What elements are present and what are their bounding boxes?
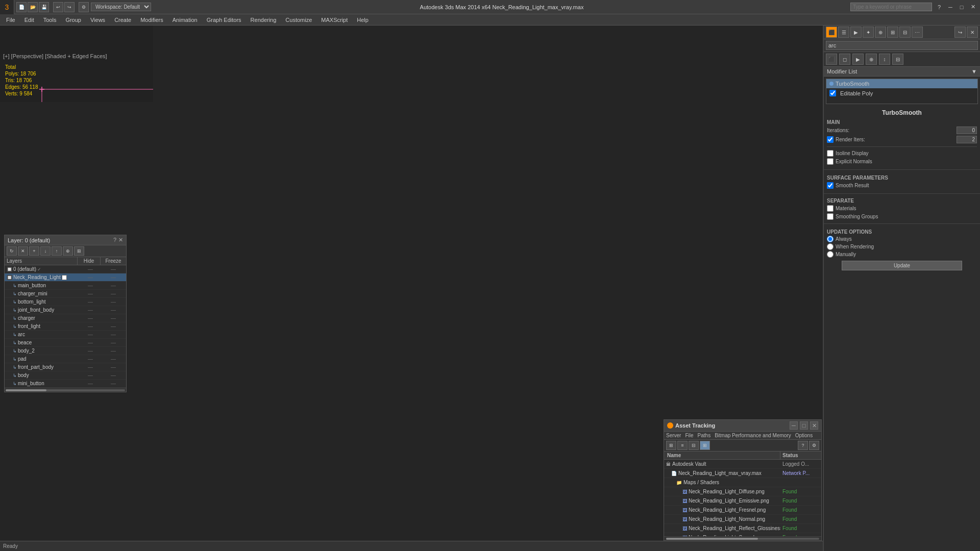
menu-tools[interactable]: Tools	[39, 16, 61, 24]
open-btn[interactable]: 📂	[28, 2, 38, 12]
asset-row[interactable]: 📄 Neck_Reading_Light_max_vray.max Networ…	[664, 469, 821, 478]
layers-scrollbar-thumb[interactable]	[6, 389, 46, 391]
layer-row[interactable]: 🔲 Neck_Reading_Light — —	[5, 273, 126, 282]
asset-row[interactable]: 🖼 Neck_Reading_Light_Normal.png Found	[664, 515, 821, 524]
minimize-btn[interactable]: ─	[945, 2, 955, 12]
right-icon-2[interactable]: ☰	[838, 27, 849, 38]
asset-menu-options[interactable]: Options	[795, 433, 813, 438]
layers-scrollbar[interactable]	[5, 388, 126, 392]
layer-row[interactable]: ↳ charger_mini — —	[5, 290, 126, 298]
asset-scrollbar[interactable]	[664, 536, 821, 540]
layer-row[interactable]: ↳ body — —	[5, 371, 126, 380]
layer-row[interactable]: ↳ beace — —	[5, 339, 126, 347]
layer-row[interactable]: ↳ front_light — —	[5, 322, 126, 331]
layers-help-icon[interactable]: ?	[113, 237, 116, 243]
asset-row[interactable]: 🖼 Neck_Reading_Light_Diffuse.png Found	[664, 487, 821, 496]
menu-graph-editors[interactable]: Graph Editors	[203, 16, 246, 24]
right-icon-3[interactable]: ▶	[850, 27, 862, 38]
right-icon-6[interactable]: ⊞	[887, 27, 898, 38]
menu-help[interactable]: Help	[353, 16, 373, 24]
layer-tb-up[interactable]: ↑	[52, 246, 62, 256]
workspace-dropdown[interactable]: Workspace: Default	[91, 3, 151, 11]
isoline-check[interactable]	[827, 150, 834, 157]
asset-tb-3[interactable]: ⊟	[689, 441, 699, 450]
smoothing-groups-check[interactable]	[827, 213, 834, 220]
right-icon-7[interactable]: ⊟	[899, 27, 911, 38]
asset-close-btn[interactable]: ✕	[810, 421, 818, 430]
object-name-input[interactable]	[826, 41, 978, 50]
asset-tb-1[interactable]: ⊞	[666, 441, 676, 450]
modifier-editable-poly[interactable]: Editable Poly	[826, 88, 977, 98]
asset-menu-paths[interactable]: Paths	[698, 433, 711, 438]
menu-modifiers[interactable]: Modifiers	[136, 16, 167, 24]
render-settings-btn[interactable]: ⚙	[79, 2, 89, 12]
layer-row[interactable]: ↳ joint_front_body — —	[5, 306, 126, 314]
asset-row[interactable]: 🖼 Neck_Reading_Light_Reflect_Glossiness.…	[664, 524, 821, 533]
layer-tb-delete[interactable]: ✕	[18, 246, 28, 256]
right-icon-9[interactable]: ↪	[954, 27, 966, 38]
when-rendering-radio[interactable]	[827, 243, 834, 250]
asset-maximize-btn[interactable]: □	[800, 421, 808, 430]
menu-views[interactable]: Views	[86, 16, 109, 24]
maximize-btn[interactable]: □	[957, 2, 967, 12]
layer-row[interactable]: ↳ arc — —	[5, 331, 126, 339]
undo-btn[interactable]: ↩	[53, 2, 63, 12]
asset-row[interactable]: 🖼 Neck_Reading_Light_Emissive.png Found	[664, 496, 821, 506]
asset-row[interactable]: 📁 Maps / Shaders	[664, 478, 821, 487]
update-button[interactable]: Update	[842, 261, 962, 270]
right-icon-5[interactable]: ⊕	[875, 27, 886, 38]
asset-row[interactable]: 🏛 Autodesk Vault Logged O...	[664, 460, 821, 469]
right-icon-4[interactable]: ✦	[863, 27, 874, 38]
menu-file[interactable]: File	[2, 16, 19, 24]
layer-tb-expand[interactable]: ⊕	[63, 246, 73, 256]
layer-tb-refresh[interactable]: ↻	[7, 246, 17, 256]
menu-edit[interactable]: Edit	[20, 16, 38, 24]
layer-row[interactable]: ↳ mini_button — —	[5, 380, 126, 388]
layers-close-icon[interactable]: ✕	[118, 237, 123, 243]
menu-rendering[interactable]: Rendering	[247, 16, 281, 24]
right-icon-10[interactable]: ✕	[967, 27, 978, 38]
asset-tb-2[interactable]: ≡	[677, 441, 688, 450]
search-box[interactable]	[850, 3, 932, 11]
explicit-normals-check[interactable]	[827, 158, 834, 165]
menu-animation[interactable]: Animation	[168, 16, 202, 24]
asset-tb-help[interactable]: ?	[798, 441, 808, 450]
redo-btn[interactable]: ↪	[64, 2, 75, 12]
render-iters-check[interactable]	[827, 136, 834, 143]
menu-customize[interactable]: Customize	[281, 16, 316, 24]
help-icon[interactable]: ?	[934, 2, 944, 12]
mod-icon-5[interactable]: ↕	[879, 54, 890, 65]
layer-row[interactable]: ↳ front_part_body — —	[5, 363, 126, 371]
mod-icon-3[interactable]: ▶	[852, 54, 864, 65]
layer-row[interactable]: ↳ pad — —	[5, 355, 126, 363]
mod-icon-1[interactable]: ⬛	[826, 54, 837, 65]
layer-tb-add[interactable]: +	[29, 246, 39, 256]
materials-check[interactable]	[827, 205, 834, 212]
layer-row[interactable]: ↳ charger — —	[5, 314, 126, 322]
layer-row[interactable]: 🔲 0 (default) ✓ — —	[5, 265, 126, 273]
layer-row[interactable]: ↳ main_button — —	[5, 282, 126, 290]
save-btn[interactable]: 💾	[39, 2, 49, 12]
asset-tb-4[interactable]: ⊞	[700, 441, 710, 450]
always-radio[interactable]	[827, 236, 834, 242]
asset-minimize-btn[interactable]: ─	[790, 421, 798, 430]
asset-row[interactable]: 🖼 Neck_Reading_Light_Fresnel.png Found	[664, 506, 821, 515]
menu-create[interactable]: Create	[110, 16, 135, 24]
asset-menu-bitmap[interactable]: Bitmap Performance and Memory	[715, 433, 791, 438]
layer-tb-grid[interactable]: ⊞	[74, 246, 84, 256]
asset-menu-file[interactable]: File	[685, 433, 693, 438]
render-iters-input[interactable]	[957, 136, 977, 143]
menu-maxscript[interactable]: MAXScript	[317, 16, 352, 24]
layer-row[interactable]: ↳ body_2 — —	[5, 347, 126, 355]
modifier-turbosmooth[interactable]: TurboSmooth	[826, 79, 977, 88]
asset-menu-server[interactable]: Server	[666, 433, 681, 438]
iterations-input[interactable]	[957, 127, 977, 134]
right-icon-8[interactable]: ⋯	[912, 27, 923, 38]
menu-group[interactable]: Group	[61, 16, 85, 24]
layer-tb-down[interactable]: ↓	[40, 246, 51, 256]
asset-row[interactable]: 🖼 Neck_Reading_Light_Specular.png Found	[664, 533, 821, 536]
manually-radio[interactable]	[827, 251, 834, 258]
close-btn[interactable]: ✕	[968, 2, 978, 12]
mod-icon-6[interactable]: ⊟	[892, 54, 903, 65]
modifier-editable-poly-check[interactable]	[829, 90, 836, 96]
